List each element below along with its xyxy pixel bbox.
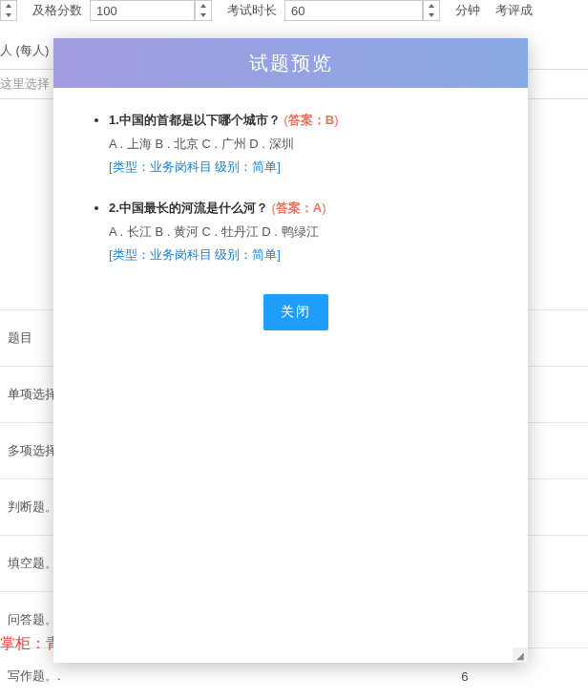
resize-handle-icon[interactable]: ◢ xyxy=(513,647,528,663)
modal-body[interactable]: 1.中国的首都是以下哪个城市？ (答案：B) A . 上海 B . 北京 C .… xyxy=(53,88,528,663)
pass-score-label: 及格分数 xyxy=(32,2,82,19)
answer-text: 答案：B xyxy=(288,113,334,127)
exam-duration-label: 考试时长 xyxy=(227,2,277,19)
question-options: A . 上海 B . 北京 C . 广州 D . 深圳 xyxy=(109,137,294,151)
question-title: 1.中国的首都是以下哪个城市？ xyxy=(109,113,281,127)
spinner-control-3[interactable] xyxy=(423,0,440,21)
question-meta: [类型：业务岗科目 级别：简单] xyxy=(109,247,281,262)
question-meta: [类型：业务岗科目 级别：简单] xyxy=(109,159,281,174)
question-item: 2.中国最长的河流是什么河？ (答案：A) A . 长江 B . 黄河 C . … xyxy=(109,197,499,267)
spinner-control-1[interactable] xyxy=(0,0,17,21)
modal-title: 试题预览 xyxy=(53,38,528,88)
question-item: 1.中国的首都是以下哪个城市？ (答案：B) A . 上海 B . 北京 C .… xyxy=(109,109,499,180)
background-form-row: 及格分数 100 考试时长 60 分钟 考评成 xyxy=(0,0,588,29)
answer-text: 答案：A xyxy=(276,201,322,215)
question-title: 2.中国最长的河流是什么河？ xyxy=(109,201,268,215)
preview-modal: 试题预览 1.中国的首都是以下哪个城市？ (答案：B) A . 上海 B . 北… xyxy=(53,38,528,663)
evaluate-label: 考评成 xyxy=(495,2,533,19)
pass-score-input[interactable]: 100 xyxy=(90,0,195,21)
close-button[interactable]: 关闭 xyxy=(263,294,328,330)
minutes-label: 分钟 xyxy=(455,2,480,19)
spinner-control-2[interactable] xyxy=(195,0,212,21)
exam-duration-input[interactable]: 60 xyxy=(284,0,423,21)
question-options: A . 长江 B . 黄河 C . 牡丹江 D . 鸭绿江 xyxy=(109,224,319,239)
